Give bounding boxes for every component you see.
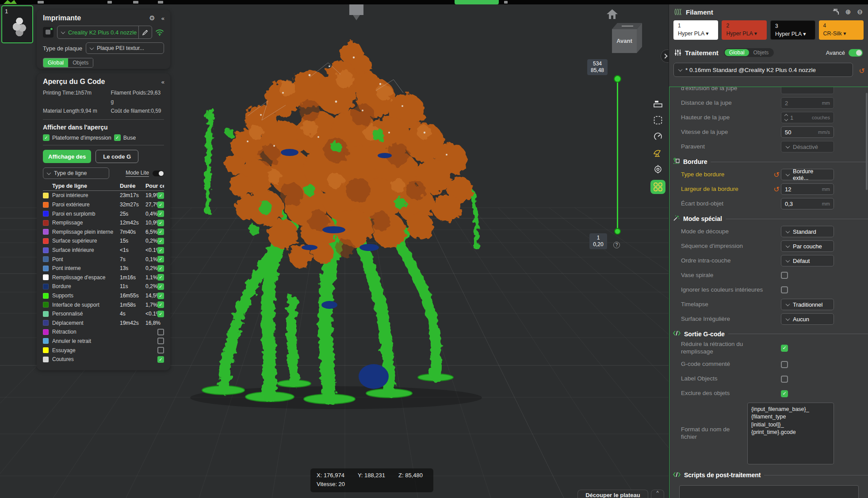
- setting-input[interactable]: [781, 87, 834, 94]
- line-type-label: Paroi extérieure: [52, 201, 120, 208]
- line-visibility-checkbox[interactable]: [157, 347, 164, 354]
- remove-filament-icon[interactable]: ⊖: [857, 8, 863, 16]
- setting-input[interactable]: 0,3mm: [781, 198, 834, 209]
- setting-checkbox[interactable]: [781, 272, 788, 279]
- filament-index: 2: [726, 22, 762, 30]
- line-visibility-checkbox[interactable]: ✓: [157, 201, 164, 208]
- line-visibility-checkbox[interactable]: ✓: [157, 247, 164, 254]
- wifi-icon[interactable]: [155, 29, 164, 36]
- filament-flush-icon[interactable]: [832, 8, 839, 16]
- view-cube[interactable]: Avant: [610, 22, 644, 55]
- setting-label: Séquence d'impression: [681, 243, 781, 250]
- setting-checkbox[interactable]: ✓: [781, 345, 788, 352]
- setting-select[interactable]: Standard: [781, 226, 834, 237]
- plate-type-select[interactable]: Plaque PEI textur...: [86, 42, 164, 54]
- line-type-label: Bordure: [52, 283, 120, 289]
- collapse-panel-icon[interactable]: «: [161, 15, 164, 22]
- checkbox-build-plate[interactable]: ✓: [43, 134, 50, 141]
- edit-printer-button[interactable]: [138, 26, 152, 38]
- line-visibility-checkbox[interactable]: ✓: [157, 311, 164, 317]
- process-scope-tabs: Global Objets: [724, 48, 774, 57]
- slider-help-icon[interactable]: ?: [613, 242, 620, 248]
- setting-select[interactable]: Traditionnel: [781, 299, 834, 310]
- line-visibility-checkbox[interactable]: ✓: [157, 301, 164, 308]
- slice-plate-button[interactable]: Découper le plateau: [577, 490, 648, 498]
- collapse-panel-icon[interactable]: «: [161, 79, 164, 85]
- line-visibility-checkbox[interactable]: ✓: [157, 274, 164, 281]
- setting-input[interactable]: 12mm: [781, 183, 834, 195]
- setting-checkbox[interactable]: [781, 361, 788, 368]
- setting-select[interactable]: Désactivé: [781, 141, 834, 152]
- layer-slider-handle-top[interactable]: [614, 75, 621, 83]
- line-visibility-checkbox[interactable]: ✓: [157, 220, 164, 226]
- line-visibility-checkbox[interactable]: [157, 329, 164, 335]
- home-view-icon[interactable]: [606, 9, 618, 21]
- top-menu-bar[interactable]: [0, 0, 868, 4]
- tab-global[interactable]: Global: [43, 58, 68, 67]
- plate-thumbnail[interactable]: 1: [1, 5, 33, 43]
- line-visibility-checkbox[interactable]: ✓: [157, 238, 164, 244]
- advanced-toggle[interactable]: [849, 49, 863, 57]
- add-filament-icon[interactable]: ⊕: [845, 8, 851, 16]
- layer-slider-track[interactable]: [617, 79, 618, 232]
- reset-setting-icon[interactable]: ↺: [772, 185, 781, 194]
- layer-slider-handle-bottom[interactable]: [614, 228, 621, 235]
- printer-panel-title: Imprimante: [43, 14, 149, 22]
- process-preset-select[interactable]: * 0.16mm Standard @Creality K2 Plus 0.4 …: [673, 63, 853, 77]
- filament-card-4[interactable]: 4CR-Silk ▾: [819, 20, 864, 40]
- tab-objects[interactable]: Objets: [749, 49, 773, 56]
- post-scripts-input[interactable]: [679, 485, 859, 498]
- line-type-row: Surface inférieure<1s<0.1%✓: [43, 246, 164, 255]
- line-visibility-checkbox[interactable]: ✓: [157, 192, 164, 199]
- printer-select[interactable]: Creality K2 Plus 0.4 nozzle: [57, 26, 152, 39]
- slice-options-arrow[interactable]: ^: [651, 490, 664, 498]
- tab-global[interactable]: Global: [725, 49, 749, 56]
- checkbox-nozzle[interactable]: ✓: [114, 134, 121, 141]
- printer-settings-gear-icon[interactable]: ⚙: [149, 14, 155, 22]
- section-title: Bordure: [683, 158, 707, 165]
- setting-checkbox[interactable]: [781, 376, 788, 383]
- setting-select[interactable]: Par couche: [781, 240, 834, 252]
- line-type-row: Remplissage d'espace1m16s1,1%✓: [43, 273, 164, 282]
- reset-preset-icon[interactable]: ↺: [857, 67, 866, 75]
- view-tab-line-display[interactable]: Affichage des: [43, 150, 91, 163]
- setting-select[interactable]: Aucun: [781, 313, 834, 325]
- setting-input[interactable]: 50mm/s: [781, 126, 834, 138]
- filament-card-1[interactable]: 1Hyper PLA ▾: [673, 20, 718, 40]
- support-painting-icon[interactable]: [651, 147, 665, 159]
- line-visibility-checkbox[interactable]: ✓: [157, 356, 164, 363]
- print-button-fragment[interactable]: [455, 0, 499, 4]
- line-type-row: Paroi en surplomb25s0,4%✓: [43, 209, 164, 218]
- stepper-arrows-icon[interactable]: [785, 114, 788, 121]
- chevron-down-icon: [786, 144, 790, 148]
- filename-format-input[interactable]: {input_filename_base}_ {filament_type [i…: [747, 403, 834, 464]
- line-width-icon[interactable]: [651, 98, 665, 110]
- setting-input[interactable]: 2mm: [781, 97, 834, 109]
- line-visibility-checkbox[interactable]: [157, 338, 164, 344]
- plate-frame-icon[interactable]: [651, 114, 665, 126]
- line-visibility-checkbox[interactable]: ✓: [157, 228, 164, 235]
- panel-scrollbar[interactable]: [866, 93, 868, 190]
- mode-lite-toggle[interactable]: [153, 171, 164, 176]
- preset-name: * 0.16mm Standard @Creality K2 Plus 0.4 …: [685, 67, 816, 73]
- seam-painting-icon[interactable]: [651, 163, 665, 175]
- filament-name: Hyper PLA ▾: [775, 30, 811, 38]
- line-visibility-checkbox[interactable]: ✓: [157, 256, 164, 262]
- line-type-filter-select[interactable]: Type de ligne: [43, 167, 109, 179]
- filament-card-2[interactable]: 2Hyper PLA ▾: [722, 20, 766, 40]
- setting-select[interactable]: Défaut: [781, 255, 834, 266]
- setting-select[interactable]: Bordure exté...: [781, 169, 834, 180]
- color-groups-icon[interactable]: [650, 180, 665, 194]
- tab-objects[interactable]: Objets: [68, 58, 93, 67]
- line-visibility-checkbox[interactable]: ✓: [157, 283, 164, 290]
- filament-card-3[interactable]: 3Hyper PLA ▾: [770, 20, 815, 40]
- speed-gauge-icon[interactable]: [651, 131, 665, 142]
- line-visibility-checkbox[interactable]: ✓: [157, 293, 164, 299]
- view-tab-gcode[interactable]: Le code G: [96, 150, 138, 163]
- line-visibility-checkbox[interactable]: ✓: [157, 265, 164, 272]
- line-visibility-checkbox[interactable]: ✓: [157, 210, 164, 217]
- setting-checkbox[interactable]: [781, 286, 788, 293]
- setting-input[interactable]: 1couches: [781, 112, 834, 123]
- setting-checkbox[interactable]: ✓: [781, 390, 788, 397]
- reset-setting-icon[interactable]: ↺: [772, 171, 781, 179]
